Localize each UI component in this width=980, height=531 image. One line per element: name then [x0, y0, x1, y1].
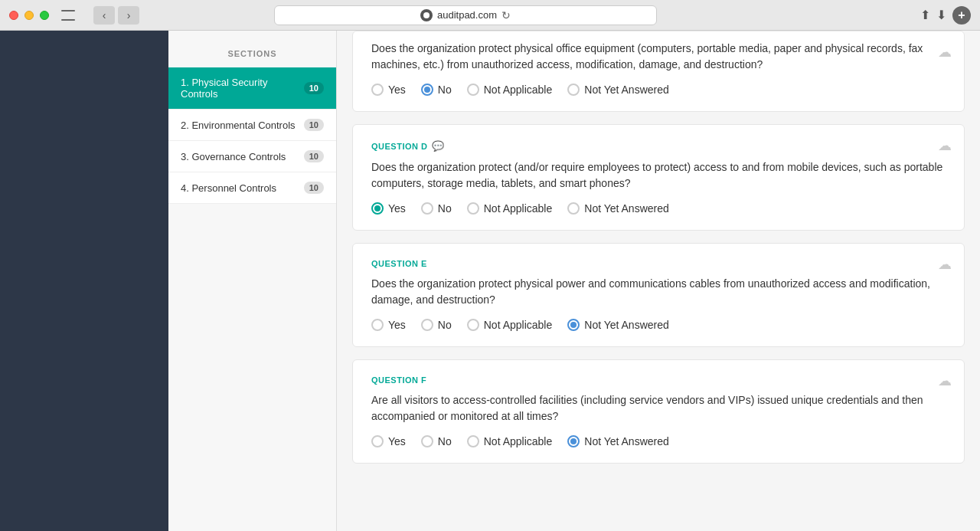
radio-group-d: Yes No Not Applicable Not Yet Answered — [371, 202, 946, 215]
radio-label-d-na: Not Applicable — [484, 202, 553, 215]
radio-circle-partial-yes — [371, 84, 384, 96]
radio-circle-e-no — [421, 319, 433, 331]
section-item-governance[interactable]: 3. Governance Controls 10 — [168, 141, 336, 172]
forward-button[interactable]: › — [118, 6, 139, 25]
radio-label-f-nya: Not Yet Answered — [584, 435, 669, 447]
radio-d-nya[interactable]: Not Yet Answered — [567, 202, 669, 215]
radio-label-d-yes: Yes — [388, 202, 406, 215]
question-e-label: QUESTION E — [371, 259, 946, 268]
radio-label-partial-yes: Yes — [388, 84, 406, 96]
radio-circle-partial-no — [421, 84, 433, 96]
radio-f-no[interactable]: No — [421, 435, 452, 447]
reload-button[interactable]: ↻ — [501, 9, 511, 21]
share-button[interactable]: ⬆ — [920, 8, 930, 22]
left-sidebar — [0, 31, 168, 531]
radio-label-d-nya: Not Yet Answered — [584, 202, 669, 215]
close-button[interactable] — [9, 11, 18, 20]
radio-circle-f-yes — [371, 435, 384, 447]
question-d-text: Does the organization protect (and/or re… — [371, 159, 946, 192]
radio-f-na[interactable]: Not Applicable — [467, 435, 553, 447]
radio-circle-d-yes — [371, 202, 384, 215]
section-item-personnel[interactable]: 4. Personnel Controls 10 — [168, 172, 336, 204]
toolbar-right: ⬆ ⬇ + — [920, 6, 971, 25]
radio-f-nya[interactable]: Not Yet Answered — [567, 435, 669, 447]
section-badge-governance: 10 — [304, 150, 324, 162]
section-badge-physical: 10 — [304, 82, 324, 94]
sections-title: SECTIONS — [168, 43, 336, 67]
question-f-label: QUESTION F — [371, 375, 946, 385]
radio-label-partial-nya: Not Yet Answered — [584, 84, 669, 96]
new-tab-button[interactable]: + — [952, 6, 971, 25]
radio-partial-nya[interactable]: Not Yet Answered — [567, 84, 669, 96]
radio-label-partial-na: Not Applicable — [484, 84, 553, 96]
radio-group-e: Yes No Not Applicable Not Yet Answered — [371, 319, 946, 331]
question-partial-text: Does the organization protect physical o… — [371, 41, 946, 73]
radio-label-f-na: Not Applicable — [484, 435, 553, 447]
radio-label-e-yes: Yes — [388, 319, 406, 331]
section-item-physical[interactable]: 1. Physical Security Controls 10 — [168, 67, 336, 110]
radio-group-f: Yes No Not Applicable Not Yet Answered — [371, 435, 946, 447]
sections-panel: SECTIONS 1. Physical Security Controls 1… — [168, 31, 337, 531]
question-f-text: Are all visitors to access-controlled fa… — [371, 392, 946, 424]
radio-circle-d-nya — [567, 202, 580, 215]
question-e-card: ☁ QUESTION E Does the organization prote… — [352, 243, 965, 347]
question-f-card: ☁ QUESTION F Are all visitors to access-… — [352, 359, 965, 464]
radio-group-partial: Yes No Not Applicable Not Yet Answered — [371, 84, 946, 96]
url-text: auditpad.com — [437, 9, 497, 21]
radio-circle-e-yes — [371, 319, 384, 331]
radio-circle-d-no — [421, 202, 433, 215]
radio-circle-f-nya — [567, 435, 580, 447]
radio-f-yes[interactable]: Yes — [371, 435, 406, 447]
cloud-icon-partial: ☁ — [938, 44, 952, 61]
radio-d-na[interactable]: Not Applicable — [467, 202, 553, 215]
radio-partial-yes[interactable]: Yes — [371, 84, 406, 96]
title-bar: ‹ › auditpad.com ↻ ⬆ ⬇ + — [0, 0, 980, 31]
cloud-icon-e: ☁ — [938, 256, 952, 273]
sidebar-toggle-button[interactable] — [61, 10, 75, 21]
nav-buttons: ‹ › — [93, 6, 139, 25]
back-button[interactable]: ‹ — [93, 6, 115, 25]
svg-point-0 — [423, 12, 430, 18]
extension-icon — [420, 9, 433, 21]
maximize-button[interactable] — [40, 11, 49, 20]
section-badge-personnel: 10 — [304, 182, 324, 194]
radio-circle-partial-na — [467, 84, 479, 96]
question-e-text: Does the organization protect physical p… — [371, 276, 946, 308]
radio-d-no[interactable]: No — [421, 202, 452, 215]
radio-e-yes[interactable]: Yes — [371, 319, 406, 331]
download-button[interactable]: ⬇ — [936, 8, 946, 22]
radio-partial-no[interactable]: No — [421, 84, 452, 96]
radio-label-f-yes: Yes — [388, 435, 406, 447]
radio-e-na[interactable]: Not Applicable — [467, 319, 553, 331]
radio-partial-na[interactable]: Not Applicable — [467, 84, 553, 96]
section-label-physical: 1. Physical Security Controls — [181, 77, 304, 100]
cloud-icon-f: ☁ — [938, 372, 952, 389]
section-item-environmental[interactable]: 2. Environmental Controls 10 — [168, 110, 336, 141]
radio-label-e-no: No — [438, 319, 452, 331]
radio-circle-f-no — [421, 435, 433, 447]
minimize-button[interactable] — [24, 11, 34, 20]
section-label-personnel: 4. Personnel Controls — [181, 182, 304, 194]
radio-circle-e-nya — [567, 319, 580, 331]
comment-icon-d: 💬 — [432, 140, 445, 152]
radio-label-partial-no: No — [438, 84, 452, 96]
url-bar[interactable]: auditpad.com ↻ — [274, 5, 657, 25]
radio-label-d-no: No — [438, 202, 452, 215]
main-content: ☁ Does the organization protect physical… — [337, 31, 980, 531]
section-label-governance: 3. Governance Controls — [181, 151, 304, 162]
section-badge-environmental: 10 — [304, 119, 324, 131]
radio-circle-f-na — [467, 435, 479, 447]
app-body: SECTIONS 1. Physical Security Controls 1… — [0, 31, 980, 531]
radio-label-e-na: Not Applicable — [484, 319, 553, 331]
question-partial-card: ☁ Does the organization protect physical… — [352, 31, 965, 112]
radio-circle-d-na — [467, 202, 479, 215]
radio-circle-partial-nya — [567, 84, 580, 96]
radio-d-yes[interactable]: Yes — [371, 202, 406, 215]
section-label-environmental: 2. Environmental Controls — [181, 120, 304, 131]
question-d-label: QUESTION D 💬 — [371, 140, 946, 152]
radio-circle-e-na — [467, 319, 479, 331]
radio-label-f-no: No — [438, 435, 452, 447]
radio-e-no[interactable]: No — [421, 319, 452, 331]
radio-e-nya[interactable]: Not Yet Answered — [567, 319, 669, 331]
cloud-icon-d: ☁ — [938, 137, 952, 154]
